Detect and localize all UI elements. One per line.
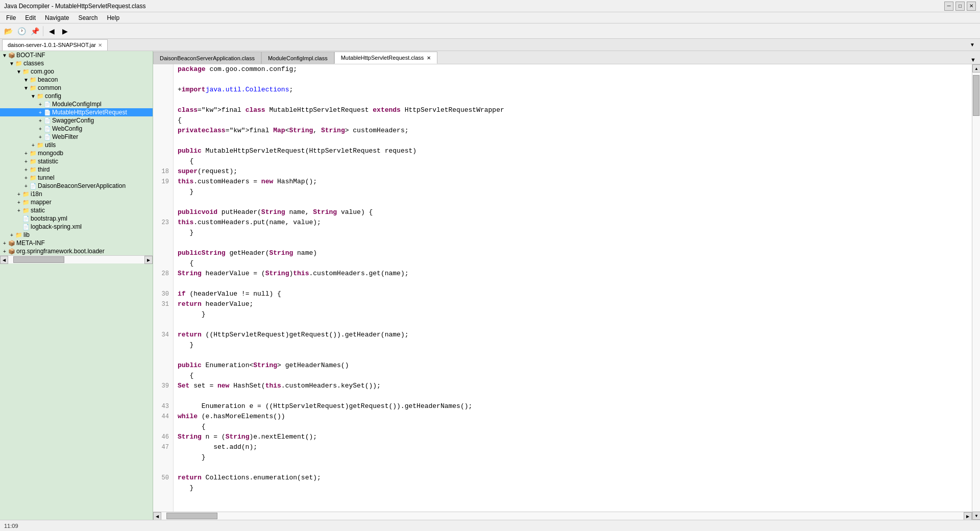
tree-toggle-5[interactable]: ▼ (30, 93, 37, 99)
tree-icon-0: 📦 (8, 52, 15, 59)
tree-toggle-7[interactable]: + (37, 110, 44, 115)
tree-toggle-2[interactable]: ▼ (15, 69, 22, 75)
tree-toggle-19[interactable]: + (15, 208, 22, 213)
tree-item-17[interactable]: + 📁 i18n (0, 190, 153, 198)
toolbar-open-button[interactable]: 📂 (2, 25, 14, 37)
tree-toggle-11[interactable]: + (30, 142, 37, 148)
editor-tab-0[interactable]: DaisonBeaconServerApplication.class (153, 52, 261, 64)
tree-item-2[interactable]: ▼ 📁 com.goo (0, 67, 153, 76)
file-tab-dropdown[interactable]: ▼ (967, 41, 978, 49)
sidebar-scroll-right[interactable]: ▶ (144, 256, 153, 264)
editor-tabs-dropdown[interactable]: ▼ (966, 56, 980, 64)
menu-help[interactable]: Help (103, 13, 124, 22)
code-line-3 (178, 95, 968, 105)
tree-item-3[interactable]: ▼ 📁 beacon (0, 76, 153, 84)
tree-item-23[interactable]: + 📦 META-INF (0, 239, 153, 247)
tree-item-15[interactable]: + 📁 tunnel (0, 174, 153, 182)
tree-toggle-23[interactable]: + (1, 240, 8, 246)
tree-item-22[interactable]: + 📁 lib (0, 231, 153, 239)
tree-item-8[interactable]: + 📄 SwaggerConfig (0, 116, 153, 125)
tree-item-5[interactable]: ▼ 📁 config (0, 92, 153, 100)
toolbar-separator (43, 26, 43, 36)
tree-item-6[interactable]: + 📄 ModuleConfigImpl (0, 100, 153, 108)
code-line-36: String n = (String)e.nextElement(); (178, 432, 968, 442)
editor-tab-1[interactable]: ModuleConfigImpl.class (261, 52, 334, 64)
editor-tab-2[interactable]: MutableHttpServletRequest.class ✕ (334, 52, 438, 64)
close-button[interactable]: ✕ (967, 2, 976, 11)
sidebar-scroll-thumb[interactable] (13, 256, 64, 263)
tree-item-12[interactable]: + 📁 mongodb (0, 149, 153, 157)
tree-item-0[interactable]: ▼ 📦 BOOT-INF (0, 51, 153, 59)
tree-toggle-8[interactable]: + (37, 118, 44, 124)
sidebar-scrollbar-h[interactable]: ◀ ▶ (0, 255, 153, 263)
tree-label-15: tunnel (38, 174, 55, 181)
status-bar: 11:09 (0, 520, 980, 531)
tree-item-16[interactable]: + 📄 DaisonBeaconServerApplication (0, 182, 153, 190)
tree-toggle-18[interactable]: + (15, 200, 22, 205)
tree-icon-4: 📁 (30, 85, 37, 91)
menu-edit[interactable]: Edit (21, 13, 40, 22)
line-number-37: 47 (155, 442, 171, 452)
tree-item-11[interactable]: + 📁 utils (0, 141, 153, 149)
line-number-19 (155, 258, 171, 269)
tree-toggle-13[interactable]: + (22, 159, 30, 164)
tree-toggle-12[interactable]: + (22, 151, 30, 156)
code-scrollbar-h[interactable]: ◀ ▶ (153, 512, 972, 520)
tree-toggle-24[interactable]: + (1, 249, 8, 254)
code-scroll-left[interactable]: ◀ (153, 512, 161, 520)
tree-item-4[interactable]: ▼ 📁 common (0, 84, 153, 92)
maximize-button[interactable]: □ (955, 2, 965, 11)
tree-item-20[interactable]: 📄 bootstrap.yml (0, 214, 153, 223)
tree-item-24[interactable]: + 📦 org.springframework.boot.loader (0, 247, 153, 255)
tree-item-9[interactable]: + 📄 WebConfig (0, 125, 153, 133)
code-hthumb[interactable] (166, 513, 217, 519)
tree-item-18[interactable]: + 📁 mapper (0, 198, 153, 206)
tree-icon-23: 📦 (8, 240, 15, 247)
code-scroll-up[interactable]: ▲ (972, 64, 980, 73)
tree-item-21[interactable]: 📄 logback-spring.xml (0, 223, 153, 231)
file-tab[interactable]: daison-server-1.0.1-SNAPSHOT.jar ✕ (2, 39, 108, 51)
tree-icon-5: 📁 (37, 93, 44, 100)
tree-item-1[interactable]: ▼ 📁 classes (0, 59, 153, 67)
code-line-6: private class="kw">final Map<String, Str… (178, 126, 968, 136)
code-scroll-right[interactable]: ▶ (964, 512, 972, 520)
tree-toggle-10[interactable]: + (37, 134, 44, 140)
toolbar-pin-button[interactable]: 📌 (29, 25, 41, 37)
tree-item-10[interactable]: + 📄 WebFilter (0, 133, 153, 141)
code-scroll-down[interactable]: ▼ (972, 512, 980, 520)
tree-item-7[interactable]: + 📄 MutableHttpServletRequest (0, 108, 153, 116)
tree-toggle-4[interactable]: ▼ (22, 85, 30, 91)
code-scrollbar-v[interactable]: ▲ ▼ (972, 64, 980, 520)
tree-item-13[interactable]: + 📁 statistic (0, 157, 153, 165)
minimize-button[interactable]: ─ (944, 2, 953, 11)
tree-toggle-15[interactable]: + (22, 175, 30, 181)
tree-toggle-0[interactable]: ▼ (1, 53, 8, 58)
code-vthumb[interactable] (973, 75, 979, 116)
tree-toggle-9[interactable]: + (37, 126, 44, 132)
code-line-33: Enumeration e = ((HttpServletRequest)get… (178, 401, 968, 412)
tree-toggle-22[interactable]: + (8, 232, 15, 238)
sidebar-scroll-left[interactable]: ◀ (0, 256, 8, 264)
tree-toggle-16[interactable]: + (22, 183, 30, 189)
tree-icon-17: 📁 (22, 191, 30, 198)
tree-toggle-17[interactable]: + (15, 191, 22, 197)
toolbar-forward-button[interactable]: ▶ (59, 25, 71, 37)
tree-toggle-6[interactable]: + (37, 102, 44, 107)
tree-toggle-14[interactable]: + (22, 167, 30, 173)
file-tab-close-button[interactable]: ✕ (98, 42, 102, 48)
toolbar-history-button[interactable]: 🕐 (15, 25, 28, 37)
content-area: ▼ 📦 BOOT-INF ▼ 📁 classes ▼ 📁 com.goo ▼ 📁… (0, 51, 980, 520)
tree-toggle-3[interactable]: ▼ (22, 77, 30, 83)
tree-item-14[interactable]: + 📁 third (0, 165, 153, 174)
tree-toggle-1[interactable]: ▼ (8, 61, 15, 66)
menu-navigate[interactable]: Navigate (41, 13, 73, 22)
menu-search[interactable]: Search (74, 13, 102, 22)
editor-tabs: DaisonBeaconServerApplication.class Modu… (153, 51, 980, 64)
tree-item-19[interactable]: + 📁 static (0, 206, 153, 214)
menu-file[interactable]: File (2, 13, 20, 22)
sidebar[interactable]: ▼ 📦 BOOT-INF ▼ 📁 classes ▼ 📁 com.goo ▼ 📁… (0, 51, 153, 520)
toolbar-back-button[interactable]: ◀ (45, 25, 58, 37)
tree-icon-11: 📁 (37, 142, 44, 149)
editor-tab-2-close[interactable]: ✕ (427, 55, 431, 61)
code-line-15: this.customHeaders.put(name, value); (178, 218, 968, 228)
